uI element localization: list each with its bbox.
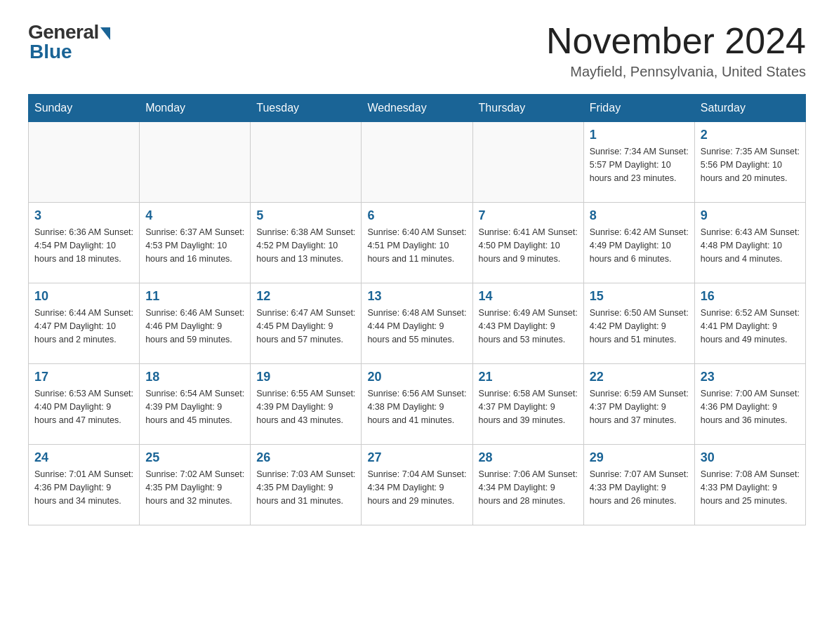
- day-number: 18: [145, 370, 244, 384]
- calendar-day-cell: 20Sunrise: 6:56 AM Sunset: 4:38 PM Dayli…: [362, 364, 472, 445]
- calendar-day-header: Monday: [140, 95, 251, 122]
- calendar-day-cell: 9Sunrise: 6:43 AM Sunset: 4:48 PM Daylig…: [694, 203, 805, 283]
- calendar-day-cell: 6Sunrise: 6:40 AM Sunset: 4:51 PM Daylig…: [362, 203, 472, 283]
- calendar-week-row: 17Sunrise: 6:53 AM Sunset: 4:40 PM Dayli…: [29, 364, 806, 445]
- day-number: 3: [34, 208, 133, 223]
- month-title: November 2024: [546, 21, 806, 61]
- logo: General Blue: [28, 21, 110, 63]
- calendar-header-row: SundayMondayTuesdayWednesdayThursdayFrid…: [29, 95, 806, 122]
- day-info: Sunrise: 7:01 AM Sunset: 4:36 PM Dayligh…: [34, 468, 133, 507]
- calendar-day-cell: 7Sunrise: 6:41 AM Sunset: 4:50 PM Daylig…: [472, 203, 583, 283]
- day-number: 5: [256, 208, 355, 223]
- day-number: 26: [256, 450, 355, 465]
- calendar-day-cell: 5Sunrise: 6:38 AM Sunset: 4:52 PM Daylig…: [251, 203, 362, 283]
- day-number: 30: [701, 450, 800, 465]
- calendar-day-cell: 10Sunrise: 6:44 AM Sunset: 4:47 PM Dayli…: [29, 283, 140, 364]
- day-number: 17: [34, 370, 133, 384]
- day-number: 11: [145, 289, 244, 304]
- day-info: Sunrise: 6:53 AM Sunset: 4:40 PM Dayligh…: [34, 387, 133, 427]
- day-number: 13: [367, 289, 466, 304]
- day-number: 4: [145, 208, 244, 223]
- day-number: 10: [34, 289, 133, 304]
- calendar-day-header: Friday: [583, 95, 694, 122]
- day-number: 8: [590, 208, 689, 223]
- day-number: 15: [590, 289, 689, 304]
- day-info: Sunrise: 7:06 AM Sunset: 4:34 PM Dayligh…: [479, 468, 578, 507]
- calendar-day-cell: [251, 122, 362, 203]
- day-info: Sunrise: 7:02 AM Sunset: 4:35 PM Dayligh…: [145, 468, 244, 507]
- calendar-day-cell: 18Sunrise: 6:54 AM Sunset: 4:39 PM Dayli…: [140, 364, 251, 445]
- calendar-day-cell: 4Sunrise: 6:37 AM Sunset: 4:53 PM Daylig…: [140, 203, 251, 283]
- day-number: 9: [701, 208, 800, 223]
- day-number: 23: [701, 370, 800, 384]
- day-number: 12: [256, 289, 355, 304]
- calendar-day-cell: 27Sunrise: 7:04 AM Sunset: 4:34 PM Dayli…: [362, 445, 472, 525]
- calendar-day-cell: [29, 122, 140, 203]
- calendar-week-row: 10Sunrise: 6:44 AM Sunset: 4:47 PM Dayli…: [29, 283, 806, 364]
- calendar-day-header: Thursday: [472, 95, 583, 122]
- day-number: 14: [479, 289, 578, 304]
- calendar-day-cell: [472, 122, 583, 203]
- day-number: 20: [367, 370, 466, 384]
- logo-arrow-icon: [100, 27, 110, 40]
- calendar-day-cell: [362, 122, 472, 203]
- calendar-day-cell: 28Sunrise: 7:06 AM Sunset: 4:34 PM Dayli…: [472, 445, 583, 525]
- calendar-day-cell: 12Sunrise: 6:47 AM Sunset: 4:45 PM Dayli…: [251, 283, 362, 364]
- calendar-week-row: 24Sunrise: 7:01 AM Sunset: 4:36 PM Dayli…: [29, 445, 806, 525]
- day-info: Sunrise: 6:38 AM Sunset: 4:52 PM Dayligh…: [256, 226, 355, 265]
- calendar-day-cell: 13Sunrise: 6:48 AM Sunset: 4:44 PM Dayli…: [362, 283, 472, 364]
- day-info: Sunrise: 7:04 AM Sunset: 4:34 PM Dayligh…: [367, 468, 466, 507]
- day-info: Sunrise: 7:00 AM Sunset: 4:36 PM Dayligh…: [701, 387, 800, 427]
- day-info: Sunrise: 6:46 AM Sunset: 4:46 PM Dayligh…: [145, 307, 244, 346]
- day-info: Sunrise: 6:52 AM Sunset: 4:41 PM Dayligh…: [701, 307, 800, 346]
- calendar-day-cell: 25Sunrise: 7:02 AM Sunset: 4:35 PM Dayli…: [140, 445, 251, 525]
- day-info: Sunrise: 6:36 AM Sunset: 4:54 PM Dayligh…: [34, 226, 133, 265]
- day-info: Sunrise: 6:50 AM Sunset: 4:42 PM Dayligh…: [590, 307, 689, 346]
- day-number: 6: [367, 208, 466, 223]
- calendar-week-row: 3Sunrise: 6:36 AM Sunset: 4:54 PM Daylig…: [29, 203, 806, 283]
- calendar-day-cell: 30Sunrise: 7:08 AM Sunset: 4:33 PM Dayli…: [694, 445, 805, 525]
- day-info: Sunrise: 6:55 AM Sunset: 4:39 PM Dayligh…: [256, 387, 355, 427]
- day-info: Sunrise: 6:58 AM Sunset: 4:37 PM Dayligh…: [479, 387, 578, 427]
- location-subtitle: Mayfield, Pennsylvania, United States: [546, 64, 806, 80]
- day-number: 25: [145, 450, 244, 465]
- day-info: Sunrise: 6:48 AM Sunset: 4:44 PM Dayligh…: [367, 307, 466, 346]
- calendar-day-cell: 26Sunrise: 7:03 AM Sunset: 4:35 PM Dayli…: [251, 445, 362, 525]
- calendar-day-cell: 29Sunrise: 7:07 AM Sunset: 4:33 PM Dayli…: [583, 445, 694, 525]
- calendar-day-cell: 2Sunrise: 7:35 AM Sunset: 5:56 PM Daylig…: [694, 122, 805, 203]
- day-number: 2: [701, 128, 800, 142]
- calendar-day-header: Sunday: [29, 95, 140, 122]
- title-block: November 2024 Mayfield, Pennsylvania, Un…: [546, 21, 806, 80]
- calendar-day-cell: 11Sunrise: 6:46 AM Sunset: 4:46 PM Dayli…: [140, 283, 251, 364]
- calendar-day-cell: 24Sunrise: 7:01 AM Sunset: 4:36 PM Dayli…: [29, 445, 140, 525]
- day-info: Sunrise: 6:49 AM Sunset: 4:43 PM Dayligh…: [479, 307, 578, 346]
- day-info: Sunrise: 6:54 AM Sunset: 4:39 PM Dayligh…: [145, 387, 244, 427]
- calendar-day-cell: 14Sunrise: 6:49 AM Sunset: 4:43 PM Dayli…: [472, 283, 583, 364]
- day-number: 16: [701, 289, 800, 304]
- calendar-day-cell: 15Sunrise: 6:50 AM Sunset: 4:42 PM Dayli…: [583, 283, 694, 364]
- calendar-day-cell: 23Sunrise: 7:00 AM Sunset: 4:36 PM Dayli…: [694, 364, 805, 445]
- calendar-day-header: Tuesday: [251, 95, 362, 122]
- calendar-day-cell: 3Sunrise: 6:36 AM Sunset: 4:54 PM Daylig…: [29, 203, 140, 283]
- calendar-day-cell: 8Sunrise: 6:42 AM Sunset: 4:49 PM Daylig…: [583, 203, 694, 283]
- day-info: Sunrise: 7:03 AM Sunset: 4:35 PM Dayligh…: [256, 468, 355, 507]
- calendar-day-header: Wednesday: [362, 95, 472, 122]
- day-number: 28: [479, 450, 578, 465]
- day-info: Sunrise: 6:47 AM Sunset: 4:45 PM Dayligh…: [256, 307, 355, 346]
- day-info: Sunrise: 7:07 AM Sunset: 4:33 PM Dayligh…: [590, 468, 689, 507]
- day-number: 7: [479, 208, 578, 223]
- calendar-day-header: Saturday: [694, 95, 805, 122]
- day-info: Sunrise: 7:35 AM Sunset: 5:56 PM Dayligh…: [701, 145, 800, 185]
- day-number: 27: [367, 450, 466, 465]
- day-number: 21: [479, 370, 578, 384]
- day-info: Sunrise: 6:43 AM Sunset: 4:48 PM Dayligh…: [701, 226, 800, 265]
- day-info: Sunrise: 6:59 AM Sunset: 4:37 PM Dayligh…: [590, 387, 689, 427]
- day-info: Sunrise: 6:40 AM Sunset: 4:51 PM Dayligh…: [367, 226, 466, 265]
- calendar-day-cell: 17Sunrise: 6:53 AM Sunset: 4:40 PM Dayli…: [29, 364, 140, 445]
- calendar-day-cell: 16Sunrise: 6:52 AM Sunset: 4:41 PM Dayli…: [694, 283, 805, 364]
- calendar-day-cell: 1Sunrise: 7:34 AM Sunset: 5:57 PM Daylig…: [583, 122, 694, 203]
- day-number: 19: [256, 370, 355, 384]
- calendar-day-cell: [140, 122, 251, 203]
- page-header: General Blue November 2024 Mayfield, Pen…: [28, 21, 806, 80]
- day-info: Sunrise: 7:08 AM Sunset: 4:33 PM Dayligh…: [701, 468, 800, 507]
